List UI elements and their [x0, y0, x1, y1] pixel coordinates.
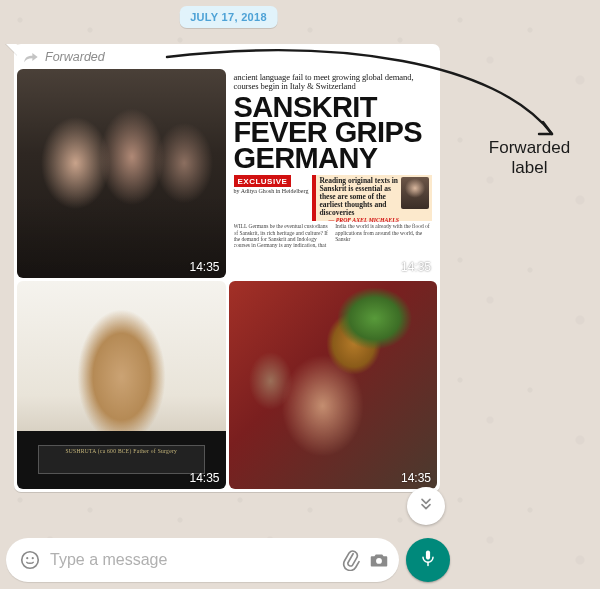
chat-area: JULY 17, 2018 Forwarded 14:35 ancient la…: [0, 0, 457, 589]
message-input[interactable]: [44, 551, 337, 569]
newspaper-byline: by Aditya Ghosh in Heidelberg: [234, 188, 309, 194]
incoming-message-bubble[interactable]: Forwarded 14:35 ancient language fail to…: [14, 44, 440, 492]
message-input-bar: [6, 538, 399, 582]
camera-icon[interactable]: [365, 546, 393, 574]
statue-plaque: SUSHRUTA (ca 600 BCE) Father of Surgery: [38, 445, 205, 474]
date-divider: JULY 17, 2018: [179, 6, 278, 28]
newspaper-exclusive-badge: EXCLUSIVE: [234, 175, 292, 187]
forwarded-label: Forwarded: [17, 47, 437, 69]
scroll-to-bottom-button[interactable]: [407, 487, 445, 525]
image-thumbnail-4[interactable]: 14:35: [229, 281, 438, 490]
voice-message-button[interactable]: [406, 538, 450, 582]
image-timestamp: 14:35: [401, 471, 431, 485]
newspaper-quote-text: Reading original texts in Sanskrit is es…: [319, 177, 399, 216]
image-timestamp: 14:35: [189, 260, 219, 274]
image-grid: 14:35 ancient language fail to meet grow…: [17, 69, 437, 489]
svg-rect-4: [426, 551, 430, 560]
image-thumbnail-1[interactable]: 14:35: [17, 69, 226, 278]
forward-arrow-icon: [23, 50, 39, 64]
paperclip-icon[interactable]: [337, 546, 365, 574]
image-timestamp: 14:35: [401, 260, 431, 274]
image-timestamp: 14:35: [189, 471, 219, 485]
double-chevron-down-icon: [418, 496, 434, 516]
svg-point-1: [26, 557, 28, 559]
svg-point-2: [32, 557, 34, 559]
newspaper-pullquote: Reading original texts in Sanskrit is es…: [312, 175, 432, 221]
forwarded-label-text: Forwarded: [45, 50, 105, 64]
bubble-tail: [6, 44, 18, 56]
newspaper-quote-attr: — PROF AXEL MICHAELS: [319, 217, 399, 223]
newspaper-kicker: ancient language fail to meet growing gl…: [234, 73, 433, 92]
newspaper-quote-photo: [401, 177, 429, 209]
image-thumbnail-3[interactable]: SUSHRUTA (ca 600 BCE) Father of Surgery …: [17, 281, 226, 490]
svg-point-0: [22, 552, 39, 569]
svg-point-3: [376, 558, 382, 564]
image-thumbnail-2[interactable]: ancient language fail to meet growing gl…: [229, 69, 438, 278]
newspaper-headline: SANSKRIT FEVER GRIPS GERMANY: [234, 95, 433, 172]
microphone-icon: [418, 548, 438, 572]
emoji-icon[interactable]: [16, 546, 44, 574]
